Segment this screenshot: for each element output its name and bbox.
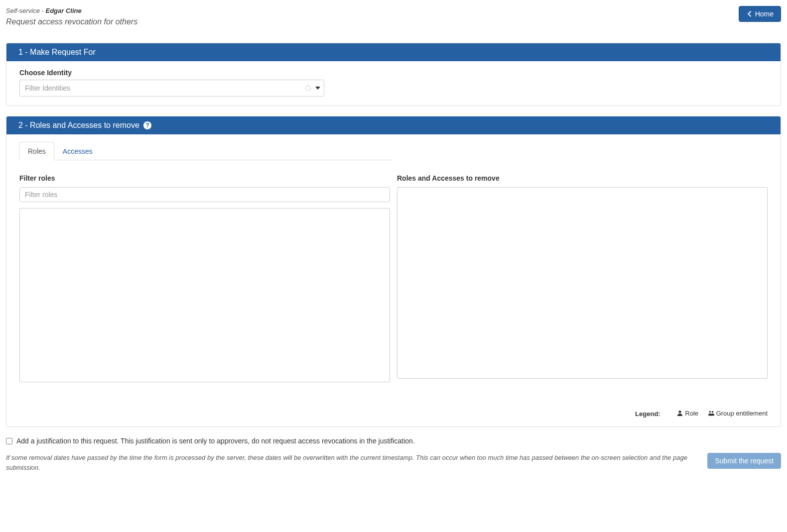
svg-point-2 — [712, 411, 713, 413]
breadcrumb-prefix: Self-service - — [6, 7, 45, 14]
legend-group: Group entitlement — [708, 410, 768, 417]
selected-remove-listbox[interactable] — [397, 187, 768, 379]
justification-label: Add a justification to this request. Thi… — [16, 437, 415, 445]
footer-note: If some removal dates have passed by the… — [6, 453, 697, 472]
choose-identity-label: Choose Identity — [19, 69, 768, 77]
legend-label: Legend: — [635, 410, 660, 418]
users-icon — [708, 410, 714, 416]
panel-make-request-for: 1 - Make Request For Choose Identity Fil… — [6, 43, 781, 106]
legend-role-text: Role — [685, 410, 698, 417]
available-roles-listbox[interactable] — [19, 208, 390, 382]
justification-checkbox[interactable] — [6, 438, 12, 444]
identity-select-placeholder: Filter Identities — [25, 84, 70, 92]
svg-point-1 — [709, 411, 710, 413]
tab-accesses[interactable]: Accesses — [54, 142, 101, 160]
tab-roles[interactable]: Roles — [19, 142, 54, 160]
section1-title: 1 - Make Request For — [6, 43, 781, 61]
svg-point-0 — [679, 411, 681, 413]
legend-group-text: Group entitlement — [716, 410, 768, 417]
submit-button-label: Submit the request — [715, 457, 774, 465]
page-title: Request access revocation for others — [6, 16, 137, 28]
legend: Legend: Role Group entitlement — [19, 410, 768, 418]
legend-role: Role — [677, 410, 698, 417]
remove-list-label: Roles and Accesses to remove — [397, 174, 768, 182]
home-button[interactable]: Home — [739, 6, 781, 22]
filter-roles-input[interactable] — [19, 187, 390, 202]
submit-button[interactable]: Submit the request — [707, 453, 781, 469]
breadcrumb: Self-service - Edgar Cline Request acces… — [6, 6, 137, 28]
user-icon — [677, 410, 683, 416]
identity-select[interactable]: Filter Identities — [19, 80, 324, 97]
tab-roles-label: Roles — [28, 147, 46, 155]
tab-accesses-label: Accesses — [63, 147, 93, 155]
chevron-left-icon — [746, 11, 752, 17]
home-button-label: Home — [755, 10, 774, 18]
section2-title: 2 - Roles and Accesses to remove — [18, 121, 141, 129]
panel-roles-accesses: 2 - Roles and Accesses to remove ? Roles… — [6, 116, 781, 427]
filter-roles-label: Filter roles — [19, 174, 390, 182]
breadcrumb-user: Edgar Cline — [45, 7, 81, 14]
help-icon[interactable]: ? — [143, 121, 151, 129]
